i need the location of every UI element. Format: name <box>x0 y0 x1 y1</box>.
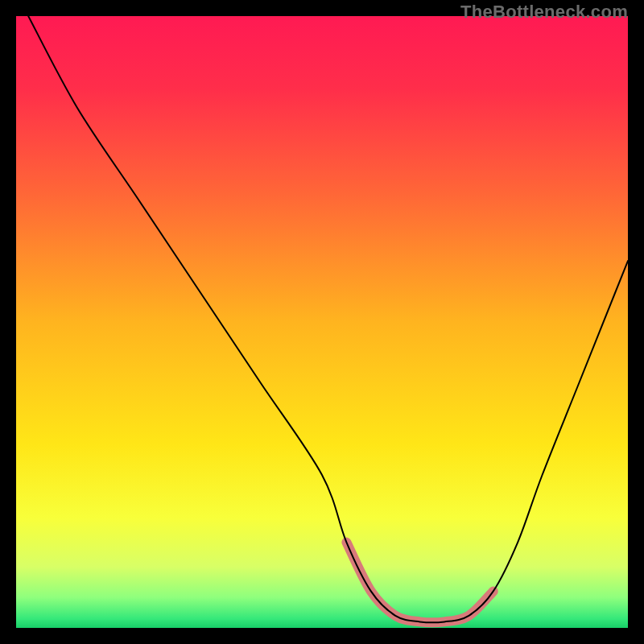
highlight-path <box>346 543 493 623</box>
chart-frame: TheBottleneck.com <box>0 0 644 644</box>
bottleneck-curve <box>28 16 628 622</box>
curve-layer <box>16 16 628 628</box>
watermark-text: TheBottleneck.com <box>460 0 628 24</box>
plot-area <box>16 16 628 628</box>
